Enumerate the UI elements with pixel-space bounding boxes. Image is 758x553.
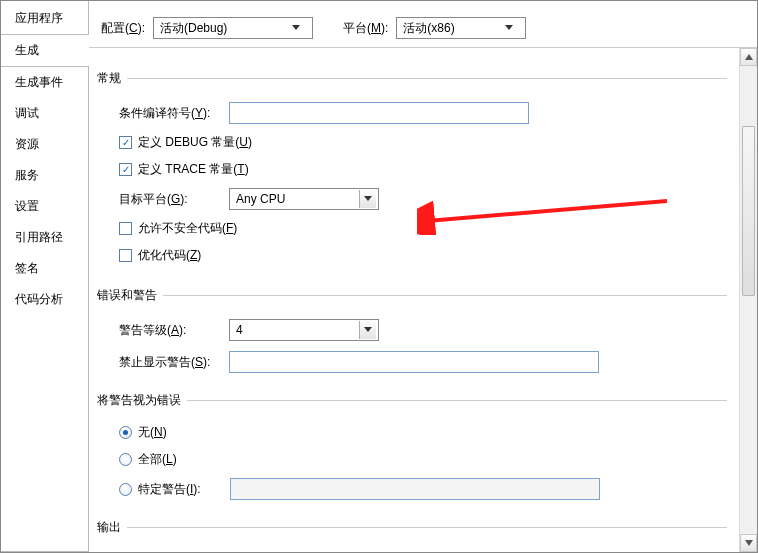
define-trace-label: 定义 TRACE 常量(T): [138, 161, 249, 178]
treat-specific-radio[interactable]: [119, 483, 132, 496]
warning-level-select[interactable]: 4: [229, 319, 379, 341]
row-optimize-code: 优化代码(Z): [97, 242, 727, 269]
platform-target-select[interactable]: Any CPU: [229, 188, 379, 210]
svg-marker-5: [745, 540, 753, 546]
platform-label: 平台(M):: [343, 20, 388, 37]
sidebar-item-services[interactable]: 服务: [1, 160, 88, 191]
define-debug-label: 定义 DEBUG 常量(U): [138, 134, 252, 151]
group-errors-warnings: 错误和警告: [97, 287, 727, 304]
config-toolbar: 配置(C): 活动(Debug) 平台(M): 活动(x86): [89, 1, 757, 48]
svg-marker-0: [292, 25, 300, 30]
sidebar-item-settings[interactable]: 设置: [1, 191, 88, 222]
allow-unsafe-label: 允许不安全代码(F): [138, 220, 237, 237]
sidebar-item-build-events[interactable]: 生成事件: [1, 67, 88, 98]
chevron-down-icon: [359, 321, 376, 339]
row-conditional-symbols: 条件编译符号(Y):: [97, 97, 727, 129]
sidebar-item-label: 签名: [15, 261, 39, 275]
optimize-code-checkbox[interactable]: [119, 249, 132, 262]
row-treat-none: 无(N): [97, 419, 727, 446]
sidebar-item-signing[interactable]: 签名: [1, 253, 88, 284]
sidebar-item-label: 引用路径: [15, 230, 63, 244]
configuration-label: 配置(C):: [101, 20, 145, 37]
sidebar-item-application[interactable]: 应用程序: [1, 3, 88, 34]
sidebar-item-label: 生成: [15, 43, 39, 57]
group-general: 常规: [97, 70, 727, 87]
project-properties-window: 应用程序 生成 生成事件 调试 资源 服务 设置 引用路径 签名 代码分析 配置…: [0, 0, 758, 553]
group-divider: [187, 400, 727, 401]
scroll-down-button[interactable]: [740, 534, 757, 552]
scroll-up-button[interactable]: [740, 48, 757, 66]
sidebar-divider: [1, 551, 88, 552]
row-define-trace: 定义 TRACE 常量(T): [97, 156, 727, 183]
chevron-down-icon: [292, 25, 308, 31]
row-define-debug: 定义 DEBUG 常量(U): [97, 129, 727, 156]
sidebar-item-build[interactable]: 生成: [1, 34, 89, 67]
treat-all-radio[interactable]: [119, 453, 132, 466]
row-platform-target: 目标平台(G): Any CPU: [97, 183, 727, 215]
sidebar-item-label: 服务: [15, 168, 39, 182]
chevron-down-icon: [359, 190, 376, 208]
sidebar-item-label: 设置: [15, 199, 39, 213]
sidebar-item-label: 资源: [15, 137, 39, 151]
conditional-symbols-label: 条件编译符号(Y):: [119, 105, 229, 122]
group-treat-warnings: 将警告视为错误: [97, 392, 727, 409]
group-divider: [127, 527, 727, 528]
svg-marker-4: [745, 54, 753, 60]
group-label: 错误和警告: [97, 287, 163, 304]
sidebar-item-label: 生成事件: [15, 75, 63, 89]
suppress-warnings-input[interactable]: [229, 351, 599, 373]
treat-specific-label: 特定警告(I):: [138, 481, 230, 498]
treat-specific-input: [230, 478, 600, 500]
sidebar-item-reference-paths[interactable]: 引用路径: [1, 222, 88, 253]
sidebar-item-resources[interactable]: 资源: [1, 129, 88, 160]
configuration-value: 活动(Debug): [160, 20, 227, 37]
scroll-track[interactable]: [740, 66, 757, 534]
optimize-code-label: 优化代码(Z): [138, 247, 201, 264]
define-trace-checkbox[interactable]: [119, 163, 132, 176]
platform-target-value: Any CPU: [236, 192, 285, 206]
warning-level-value: 4: [236, 323, 243, 337]
sidebar: 应用程序 生成 生成事件 调试 资源 服务 设置 引用路径 签名 代码分析: [1, 1, 89, 552]
platform-combo[interactable]: 活动(x86): [396, 17, 526, 39]
svg-marker-3: [364, 327, 372, 332]
content-area: 常规 条件编译符号(Y): 定义 DEBUG 常量(U): [89, 48, 757, 552]
treat-all-label: 全部(L): [138, 451, 177, 468]
svg-marker-1: [505, 25, 513, 30]
group-output: 输出: [97, 519, 727, 536]
platform-target-label: 目标平台(G):: [119, 191, 229, 208]
group-label: 输出: [97, 519, 127, 536]
suppress-warnings-label: 禁止显示警告(S):: [119, 354, 229, 371]
row-warning-level: 警告等级(A): 4: [97, 314, 727, 346]
sidebar-item-label: 调试: [15, 106, 39, 120]
group-divider: [127, 78, 727, 79]
group-label: 将警告视为错误: [97, 392, 187, 409]
treat-none-radio[interactable]: [119, 426, 132, 439]
platform-value: 活动(x86): [403, 20, 454, 37]
sidebar-item-label: 代码分析: [15, 292, 63, 306]
chevron-down-icon: [505, 25, 521, 31]
svg-marker-2: [364, 196, 372, 201]
conditional-symbols-input[interactable]: [229, 102, 529, 124]
row-treat-specific: 特定警告(I):: [97, 473, 727, 505]
vertical-scrollbar[interactable]: [739, 48, 757, 552]
sidebar-item-label: 应用程序: [15, 11, 63, 25]
scroll-area: 常规 条件编译符号(Y): 定义 DEBUG 常量(U): [89, 48, 737, 552]
main-panel: 配置(C): 活动(Debug) 平台(M): 活动(x86) 常规: [89, 1, 757, 552]
warning-level-label: 警告等级(A):: [119, 322, 229, 339]
row-suppress-warnings: 禁止显示警告(S):: [97, 346, 727, 378]
row-treat-all: 全部(L): [97, 446, 727, 473]
scroll-thumb[interactable]: [742, 126, 755, 296]
sidebar-item-debug[interactable]: 调试: [1, 98, 88, 129]
group-divider: [163, 295, 727, 296]
treat-none-label: 无(N): [138, 424, 167, 441]
sidebar-item-code-analysis[interactable]: 代码分析: [1, 284, 88, 315]
group-label: 常规: [97, 70, 127, 87]
configuration-combo[interactable]: 活动(Debug): [153, 17, 313, 39]
allow-unsafe-checkbox[interactable]: [119, 222, 132, 235]
define-debug-checkbox[interactable]: [119, 136, 132, 149]
row-allow-unsafe: 允许不安全代码(F): [97, 215, 727, 242]
